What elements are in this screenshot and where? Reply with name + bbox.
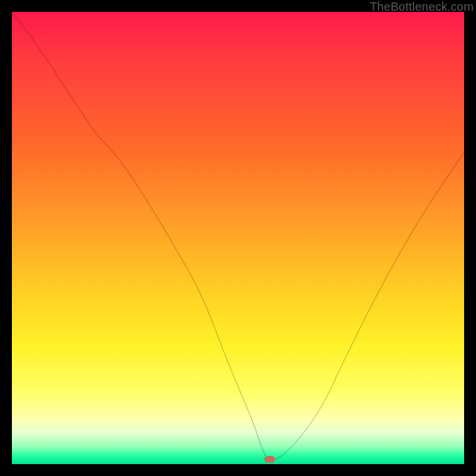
watermark-text: TheBottleneck.com bbox=[369, 0, 474, 14]
plot-area bbox=[12, 12, 464, 464]
chart-frame: TheBottleneck.com bbox=[0, 0, 476, 476]
current-point-marker bbox=[264, 456, 275, 463]
curve-line bbox=[12, 12, 464, 464]
